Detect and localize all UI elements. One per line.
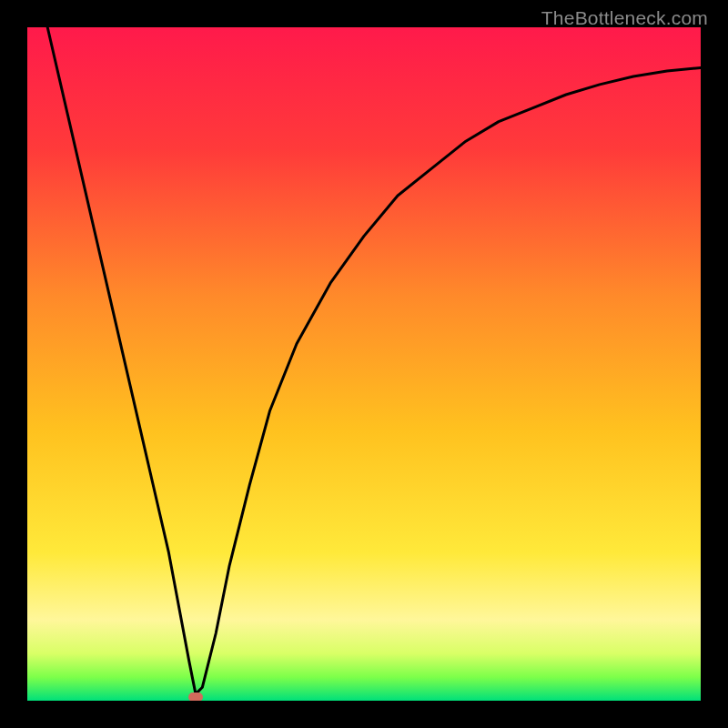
plot-area <box>27 27 701 701</box>
watermark-label: TheBottleneck.com <box>541 7 708 29</box>
curve-line <box>27 27 701 701</box>
chart-frame: TheBottleneck.com <box>0 0 728 728</box>
optimal-point-marker <box>188 693 203 701</box>
